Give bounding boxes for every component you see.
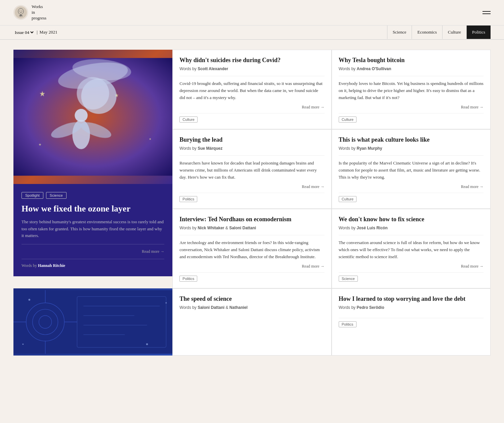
article-read-more-suicides[interactable]: Read more → [179, 105, 324, 110]
featured-author-prefix: Words by [22, 263, 37, 268]
article-tag-row-tesla: Culture [339, 113, 484, 122]
article-card-fix-science: We don't know how to fix science Words b… [332, 209, 491, 288]
article-card-peak: This is what peak culture looks like Wor… [332, 129, 491, 209]
article-tag-ted: Politics [179, 276, 197, 282]
article-excerpt-fix-science: The conversation around science is full … [339, 235, 484, 260]
logo-line3: progress [32, 15, 46, 20]
article-title-speed-science: The speed of science [179, 295, 324, 303]
article-read-more-tesla[interactable]: Read more → [339, 105, 484, 110]
article-read-more-fix-science[interactable]: Read more → [339, 264, 484, 269]
navbar: Issue 04 | May 2021 Science Economics Cu… [0, 26, 504, 40]
svg-point-15 [75, 109, 88, 122]
issue-info: Issue 04 | May 2021 [13, 26, 57, 39]
nav-culture[interactable]: Culture [442, 26, 466, 39]
article-tag-row-love-debt: Politics [339, 318, 484, 327]
article-read-more-burying[interactable]: Read more → [179, 184, 324, 189]
article-title-fix-science: We don't know how to fix science [339, 216, 484, 223]
featured-article: Spotlight Science How we fixed the ozone… [13, 50, 172, 288]
article-title-burying: Burying the lead [179, 136, 324, 144]
featured-author: Words by Hannah Ritchie [22, 259, 164, 268]
featured-image [13, 50, 172, 184]
featured-author-name[interactable]: Hannah Ritchie [38, 263, 65, 268]
article-excerpt-suicides: Covid-19 brought death, suffering and fi… [179, 76, 324, 101]
article-author-suicides: Words by Scott Alexander [179, 66, 324, 71]
article-excerpt-burying: Researchers have known for decades that … [179, 155, 324, 181]
svg-rect-20 [13, 290, 172, 354]
bottom-row: The speed of science Words by Saloni Dat… [13, 288, 491, 356]
logo-area: Works in progress [13, 4, 46, 21]
nav-categories: Science Economics Culture Politics [387, 26, 491, 39]
article-title-ted: Interview: Ted Nordhaus on ecomodernism [179, 216, 324, 223]
article-author-peak: Words by Ryan Murphy [339, 146, 484, 151]
article-tag-row-ted: Politics [179, 272, 324, 281]
article-card-love-debt: How I learned to stop worrying and love … [332, 288, 491, 356]
logo-icon [13, 5, 28, 20]
article-tag-suicides: Culture [179, 116, 197, 123]
article-tag-row-peak: Culture [339, 193, 484, 202]
article-tag-tesla: Culture [339, 116, 356, 123]
article-author-speed-science: Words by Saloni Dattani & Nathaniel [179, 305, 324, 310]
article-card-suicides: Why didn't suicides rise during Covid? W… [172, 50, 331, 129]
article-author-burying: Words by Sue Márquez [179, 146, 324, 151]
issue-separator: | [37, 30, 38, 35]
featured-body: Spotlight Science How we fixed the ozone… [13, 184, 172, 277]
nav-economics[interactable]: Economics [412, 26, 442, 39]
svg-point-35 [166, 302, 167, 303]
article-author-fix-science: Words by José Luis Ricón [339, 226, 484, 230]
article-author-ted: Words by Nick Whitaker & Saloni Dattani [179, 226, 324, 230]
header: Works in progress [0, 0, 504, 26]
article-tag-love-debt: Politics [339, 321, 356, 327]
article-tag-burying: Politics [179, 196, 197, 202]
hamburger-menu[interactable] [482, 11, 491, 14]
tag-science: Science [46, 192, 67, 199]
svg-point-36 [23, 343, 24, 345]
article-tag-fix-science: Science [339, 276, 358, 282]
article-tag-peak: Culture [339, 196, 356, 202]
article-tag-row-burying: Politics [179, 193, 324, 202]
second-featured-image [13, 288, 172, 356]
article-read-more-ted[interactable]: Read more → [179, 264, 324, 269]
svg-point-3 [22, 11, 22, 11]
issue-date: May 2021 [40, 30, 57, 35]
issue-select[interactable]: Issue 04 [13, 30, 35, 35]
article-excerpt-tesla: Everybody loves to hate Bitcoin. Yet big… [339, 76, 484, 101]
nav-politics[interactable]: Politics [466, 26, 491, 39]
svg-point-34 [146, 343, 148, 345]
article-excerpt-peak: Is the popularity of the Marvel Cinemati… [339, 155, 484, 181]
featured-description: The story behind humanity's greatest env… [22, 219, 164, 244]
article-excerpt-ted: Are technology and the environment frien… [179, 235, 324, 260]
article-title-tesla: Why Tesla bought bitcoin [339, 57, 484, 64]
second-featured [13, 288, 172, 356]
article-read-more-peak[interactable]: Read more → [339, 184, 484, 189]
logo-line1: Works [32, 4, 43, 9]
article-author-tesla: Words by Andrea O'Sullivan [339, 66, 484, 71]
article-tag-row-fix-science: Science [339, 272, 484, 281]
content-grid: Spotlight Science How we fixed the ozone… [13, 50, 491, 288]
article-author-love-debt: Words by Pedro Serôdio [339, 305, 484, 310]
article-tag-row-suicides: Culture [179, 113, 324, 122]
featured-tags: Spotlight Science [22, 192, 164, 199]
main-content: Spotlight Science How we fixed the ozone… [0, 40, 504, 366]
tag-spotlight: Spotlight [22, 192, 43, 199]
article-card-ted: Interview: Ted Nordhaus on ecomodernism … [172, 209, 331, 288]
svg-point-33 [28, 299, 30, 301]
articles-right: Why didn't suicides rise during Covid? W… [172, 50, 491, 288]
article-title-peak: This is what peak culture looks like [339, 136, 484, 144]
logo-text: Works in progress [32, 4, 46, 21]
svg-point-2 [19, 11, 20, 11]
nav-science[interactable]: Science [387, 26, 412, 39]
article-title-love-debt: How I learned to stop worrying and love … [339, 295, 484, 303]
featured-title: How we fixed the ozone layer [22, 203, 164, 214]
article-card-burying: Burying the lead Words by Sue Márquez Re… [172, 129, 331, 209]
featured-read-more[interactable]: Read more → [22, 249, 164, 254]
article-card-speed-science: The speed of science Words by Saloni Dat… [172, 288, 331, 356]
logo-line2: in [32, 10, 35, 15]
article-card-tesla: Why Tesla bought bitcoin Words by Andrea… [332, 50, 491, 129]
article-title-suicides: Why didn't suicides rise during Covid? [179, 57, 324, 64]
